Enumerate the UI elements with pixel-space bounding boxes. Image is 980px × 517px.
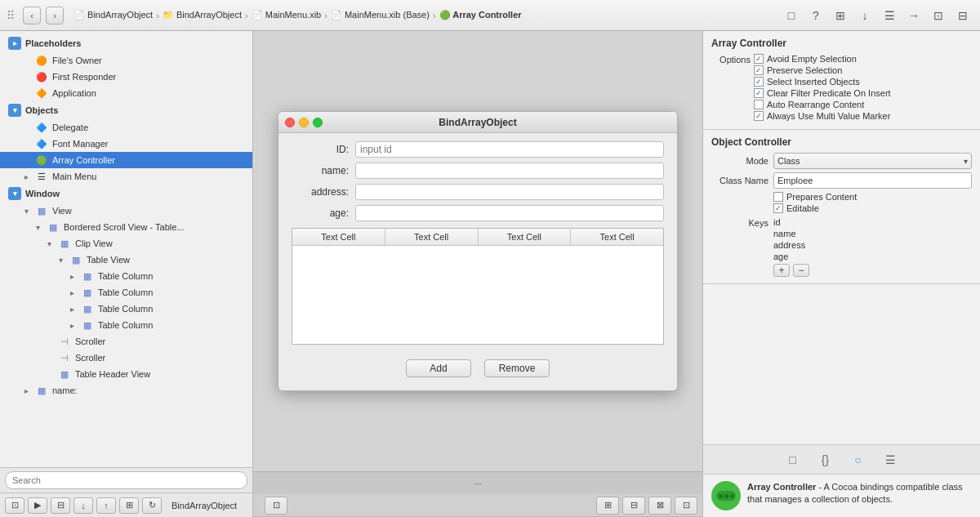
- tree-item-scroller-1[interactable]: ⊣ Scroller: [0, 333, 252, 350]
- tree-item-application[interactable]: 🔶 Application: [0, 85, 252, 101]
- center-toolbar-btn-1[interactable]: ⊞: [596, 497, 619, 515]
- toolbar-download-icon[interactable]: ↓: [854, 5, 875, 26]
- keys-add-button[interactable]: +: [773, 264, 790, 277]
- toolbar-help-icon[interactable]: ?: [805, 5, 826, 26]
- checkbox-prepares-box[interactable]: [773, 192, 783, 202]
- breadcrumb-item-1[interactable]: 📄 BindArrayObject: [74, 10, 153, 20]
- expand-icon: ▸: [67, 320, 77, 330]
- tree-item-main-menu[interactable]: ▸ ☰ Main Menu: [0, 168, 252, 185]
- checkbox-auto-rearrange-box[interactable]: [754, 100, 764, 109]
- tree-item-files-owner[interactable]: 🟠 File's Owner: [0, 52, 252, 69]
- forward-button[interactable]: ›: [46, 7, 64, 25]
- toolbar-arrow-icon[interactable]: →: [903, 5, 924, 26]
- tree-item-table-col-2[interactable]: ▸ ▦ Table Column: [0, 284, 252, 301]
- breadcrumb-item-4[interactable]: 📄 MainMenu.xib (Base): [331, 10, 430, 20]
- center-toolbar-btn-4[interactable]: ⊡: [675, 497, 697, 515]
- left-panel: ▸ Placeholders 🟠 File's Owner 🔴 First Re…: [0, 31, 253, 517]
- minimize-button[interactable]: [299, 118, 309, 127]
- right-tab-circle[interactable]: ○: [849, 450, 868, 470]
- tree-item-table-col-3[interactable]: ▸ ▦ Table Column: [0, 301, 252, 317]
- array-controller-icon: 🟢: [35, 154, 48, 167]
- age-input[interactable]: [355, 205, 664, 221]
- table-mock: Text Cell Text Cell Text Cell Text Cell: [292, 228, 664, 345]
- toolbar-new-icon[interactable]: □: [781, 5, 802, 26]
- toolbar-box1-icon[interactable]: ⊡: [928, 5, 949, 26]
- form-row-name: name:: [292, 163, 664, 179]
- delegate-icon: 🔷: [35, 121, 48, 134]
- canvas-area: BindArrayObject ID: name: address:: [253, 31, 702, 471]
- right-tab-list[interactable]: ☰: [881, 450, 901, 470]
- tree-item-view[interactable]: ▾ ▦ View: [0, 203, 252, 219]
- right-tab-file[interactable]: □: [783, 450, 803, 470]
- center-toolbar-btn-3[interactable]: ⊠: [648, 497, 671, 515]
- table-header-icon: ▦: [58, 368, 71, 381]
- table-col-3-label: Table Column: [98, 304, 153, 314]
- checkbox-avoid-empty-box[interactable]: ✓: [754, 54, 764, 64]
- font-manager-label: Font Manager: [52, 139, 108, 149]
- table-header-row: Text Cell Text Cell Text Cell Text Cell: [292, 229, 663, 246]
- expand-icon: [21, 88, 31, 98]
- center-toolbar-btn-2[interactable]: ⊟: [622, 497, 645, 515]
- tree-item-table-header[interactable]: ▦ Table Header View: [0, 366, 252, 382]
- tree-item-first-responder[interactable]: 🔴 First Responder: [0, 69, 252, 85]
- name-input[interactable]: [355, 163, 664, 179]
- tree-item-array-controller[interactable]: 🟢 Array Controller: [0, 152, 252, 168]
- checkbox-editable-box[interactable]: ✓: [773, 203, 783, 213]
- tree-item-table-col-4[interactable]: ▸ ▦ Table Column: [0, 317, 252, 333]
- rotate-button[interactable]: ↻: [142, 497, 162, 514]
- first-responder-label: First Responder: [52, 72, 116, 82]
- toolbar-list-icon[interactable]: ☰: [879, 5, 900, 26]
- checkbox-editable-label: Editable: [786, 203, 819, 213]
- address-input[interactable]: [355, 184, 664, 200]
- breadcrumb-item-3[interactable]: 📄 MainMenu.xib: [252, 10, 322, 20]
- id-input[interactable]: [355, 141, 664, 158]
- canvas-corner-btn[interactable]: ⊡: [265, 497, 287, 515]
- class-name-input[interactable]: [773, 172, 972, 189]
- remove-button[interactable]: Remove: [484, 359, 550, 377]
- name-label: name:: [292, 165, 349, 176]
- desc-title: Array Controller: [747, 482, 816, 492]
- mode-select[interactable]: Class ▾: [773, 153, 972, 169]
- main-layout: ▸ Placeholders 🟠 File's Owner 🔴 First Re…: [0, 31, 980, 517]
- tree-item-clip-view[interactable]: ▾ ▦ Clip View: [0, 235, 252, 252]
- tree-item-name[interactable]: ▸ ▦ name:: [0, 382, 252, 399]
- tree-item-font-manager[interactable]: 🔷 Font Manager: [0, 136, 252, 152]
- tree-item-table-col-1[interactable]: ▸ ▦ Table Column: [0, 268, 252, 284]
- toolbar-box2-icon[interactable]: ⊟: [952, 5, 973, 26]
- close-button[interactable]: [285, 118, 295, 127]
- checkbox-multi-value-box[interactable]: ✓: [754, 111, 764, 121]
- right-tab-code[interactable]: {}: [816, 450, 835, 470]
- down-button[interactable]: ↓: [74, 497, 93, 514]
- pause-button[interactable]: ⊟: [51, 497, 70, 514]
- objects-label: Objects: [25, 105, 58, 115]
- tree-item-bordered-scroll[interactable]: ▾ ▦ Bordered Scroll View - Table...: [0, 219, 252, 235]
- center-panel: BindArrayObject ID: name: address:: [253, 31, 702, 517]
- search-input[interactable]: [5, 471, 247, 489]
- mode-label: Mode: [711, 156, 768, 166]
- chevron-down-icon: ▾: [964, 157, 968, 166]
- tree-item-scroller-2[interactable]: ⊣ Scroller: [0, 350, 252, 366]
- up-button[interactable]: ↑: [96, 497, 116, 514]
- add-button[interactable]: ⊞: [119, 497, 139, 514]
- expand-icon: ▸: [67, 287, 77, 297]
- toolbar-grid-icon[interactable]: ⊞: [830, 5, 851, 26]
- checkbox-clear-filter-box[interactable]: ✓: [754, 88, 764, 98]
- keys-remove-button[interactable]: −: [793, 264, 809, 277]
- checkbox-select-inserted-box[interactable]: ✓: [754, 77, 764, 87]
- checkbox-preserve-box[interactable]: ✓: [754, 65, 764, 75]
- center-btn-1[interactable]: ···: [468, 475, 488, 492]
- maximize-button[interactable]: [313, 118, 323, 127]
- tree-item-table-view[interactable]: ▾ ▦ Table View: [0, 252, 252, 268]
- keys-actions: + −: [773, 264, 972, 277]
- tree-item-delegate[interactable]: 🔷 Delegate: [0, 119, 252, 136]
- filter-button[interactable]: ⊡: [5, 497, 24, 514]
- scroller-1-label: Scroller: [75, 336, 105, 346]
- tag-button[interactable]: ▶: [28, 497, 47, 514]
- back-button[interactable]: ‹: [23, 7, 41, 25]
- scroller-1-icon: ⊣: [58, 335, 71, 348]
- array-controller-title: Array Controller: [711, 38, 972, 49]
- add-button[interactable]: Add: [406, 359, 471, 377]
- window-icon: ▾: [8, 187, 21, 200]
- breadcrumb-item-2[interactable]: 📁 BindArrayObject: [163, 10, 242, 20]
- breadcrumb-item-5[interactable]: 🟢 Array Controller: [439, 10, 522, 20]
